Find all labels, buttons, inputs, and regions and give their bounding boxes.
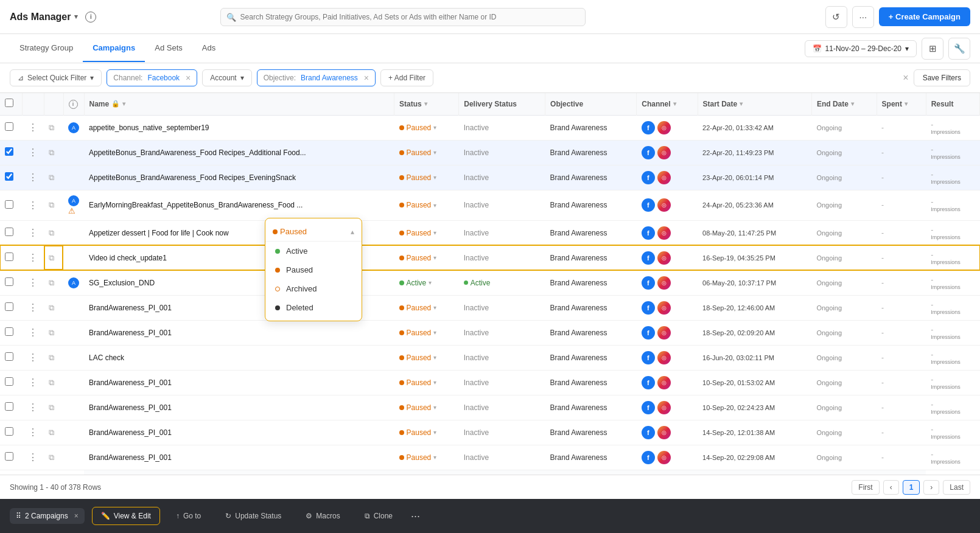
row-checkbox-cell[interactable] xyxy=(0,295,22,320)
row-checkbox[interactable] xyxy=(5,277,13,286)
search-input[interactable] xyxy=(220,8,586,26)
status-dropdown-trigger[interactable]: Paused ▾ xyxy=(399,173,454,182)
row-copy-button[interactable]: ⧉ xyxy=(49,123,54,132)
row-more-button[interactable]: ⋮ xyxy=(27,147,39,158)
row-checkbox-cell[interactable] xyxy=(0,115,22,140)
current-page-button[interactable]: 1 xyxy=(903,480,920,481)
row-more-button[interactable]: ⋮ xyxy=(27,122,39,133)
select-all-checkbox[interactable] xyxy=(5,99,13,107)
row-checkbox[interactable] xyxy=(5,253,13,261)
name-header[interactable]: Name 🔒 ▾ xyxy=(84,93,394,115)
row-more-button[interactable]: ⋮ xyxy=(27,253,39,263)
row-checkbox-cell[interactable] xyxy=(0,345,22,370)
prev-page-button[interactable]: ‹ xyxy=(883,480,899,481)
spent-header[interactable]: Spent ▾ xyxy=(877,93,926,115)
row-checkbox-cell[interactable] xyxy=(0,395,22,420)
status-cell[interactable]: Paused ▾ xyxy=(394,320,459,345)
status-dropdown-trigger[interactable]: Paused ▾ xyxy=(399,124,454,132)
row-copy-button[interactable]: ⧉ xyxy=(49,328,54,337)
status-dropdown-trigger[interactable]: Paused ▾ xyxy=(399,229,454,237)
row-copy-button[interactable]: ⧉ xyxy=(49,228,54,237)
status-dropdown-trigger[interactable]: Paused ▾ xyxy=(399,428,454,437)
row-checkbox-cell[interactable] xyxy=(0,165,22,190)
row-checkbox[interactable] xyxy=(5,302,13,311)
remove-channel-filter-button[interactable]: × xyxy=(186,73,191,83)
app-title-chevron-icon[interactable]: ▾ xyxy=(74,13,78,21)
status-dropdown-trigger[interactable]: Paused ▾ xyxy=(399,304,454,312)
save-filters-button[interactable]: Save Filters xyxy=(914,69,970,86)
row-checkbox[interactable] xyxy=(5,327,13,336)
sub-nav-strategy-group[interactable]: Strategy Group xyxy=(10,35,83,62)
status-dropdown-trigger[interactable]: Paused ▾ xyxy=(399,148,454,157)
channel-header[interactable]: Channel ▾ xyxy=(637,93,698,115)
columns-button[interactable]: ⊞ xyxy=(922,38,943,60)
row-checkbox[interactable] xyxy=(5,452,13,461)
row-copy-button[interactable]: ⧉ xyxy=(49,353,54,362)
status-dropdown-trigger[interactable]: Paused ▾ xyxy=(399,403,454,412)
select-all-header[interactable] xyxy=(0,93,22,115)
row-checkbox[interactable] xyxy=(5,147,13,156)
status-cell[interactable]: Paused ▾ xyxy=(394,220,459,245)
status-dropdown-trigger[interactable]: Paused ▾ xyxy=(399,453,454,462)
status-dropdown-trigger[interactable]: Paused ▾ xyxy=(399,201,454,209)
row-checkbox-cell[interactable] xyxy=(0,370,22,395)
account-filter-button[interactable]: Account ▾ xyxy=(202,69,251,86)
refresh-button[interactable]: ↺ xyxy=(825,6,847,28)
row-checkbox-cell[interactable] xyxy=(0,245,22,270)
sub-nav-adsets[interactable]: Ad Sets xyxy=(145,35,192,62)
add-filter-button[interactable]: + Add Filter xyxy=(380,69,433,86)
status-cell[interactable]: Paused ▾ xyxy=(394,115,459,140)
clear-filters-button[interactable]: × xyxy=(903,72,908,83)
status-cell[interactable]: Paused ▾ xyxy=(394,165,459,190)
row-copy-button[interactable]: ⧉ xyxy=(49,200,54,209)
sub-nav-ads[interactable]: Ads xyxy=(192,35,225,62)
start-date-header[interactable]: Start Date ▾ xyxy=(698,93,811,115)
row-checkbox-cell[interactable] xyxy=(0,190,22,220)
row-checkbox-cell[interactable] xyxy=(0,220,22,245)
dropdown-option-deleted[interactable]: Deleted xyxy=(265,298,362,317)
row-checkbox[interactable] xyxy=(5,200,13,209)
row-checkbox[interactable] xyxy=(5,122,13,131)
info-icon[interactable]: i xyxy=(85,12,96,23)
first-page-button[interactable]: First xyxy=(852,480,879,481)
row-more-button[interactable]: ⋮ xyxy=(27,352,39,363)
row-copy-button[interactable]: ⧉ xyxy=(49,378,54,387)
row-more-button[interactable]: ⋮ xyxy=(27,452,39,462)
row-checkbox-cell[interactable] xyxy=(0,420,22,445)
row-more-button[interactable]: ⋮ xyxy=(27,327,39,338)
status-cell[interactable]: Paused ▾ xyxy=(394,445,459,470)
row-more-button[interactable]: ⋮ xyxy=(27,200,39,211)
row-checkbox[interactable] xyxy=(5,377,13,386)
sub-nav-campaigns[interactable]: Campaigns xyxy=(83,35,145,62)
status-cell[interactable]: Paused ▾ xyxy=(394,370,459,395)
settings-button[interactable]: 🔧 xyxy=(948,38,970,60)
delivery-status-header[interactable]: Delivery Status xyxy=(459,93,545,115)
row-checkbox[interactable] xyxy=(5,427,13,436)
row-copy-button[interactable]: ⧉ xyxy=(49,403,54,412)
status-dropdown-trigger[interactable]: Active ▾ xyxy=(399,279,454,287)
row-copy-button[interactable]: ⧉ xyxy=(49,303,54,312)
status-cell[interactable]: Paused ▾ xyxy=(394,245,459,270)
status-cell[interactable]: Paused ▾ xyxy=(394,295,459,320)
status-cell[interactable]: Paused ▾ xyxy=(394,420,459,445)
date-range-button[interactable]: 📅 11-Nov-20 – 29-Dec-20 ▾ xyxy=(805,40,917,57)
status-cell[interactable]: Paused ▾ xyxy=(394,395,459,420)
more-options-button[interactable]: ··· xyxy=(852,6,874,28)
status-cell[interactable]: Active ▾ xyxy=(394,270,459,295)
dropdown-option-paused[interactable]: Paused xyxy=(265,260,362,279)
row-checkbox[interactable] xyxy=(5,172,13,181)
row-copy-button[interactable]: ⧉ xyxy=(49,453,54,462)
row-copy-button[interactable]: ⧉ xyxy=(49,173,54,182)
row-copy-button[interactable]: ⧉ xyxy=(49,428,54,437)
dropdown-option-active[interactable]: Active xyxy=(265,242,362,260)
last-page-button[interactable]: Last xyxy=(943,480,970,481)
next-page-button[interactable]: › xyxy=(923,480,939,481)
row-checkbox-cell[interactable] xyxy=(0,445,22,470)
status-cell[interactable]: Paused ▾ xyxy=(394,190,459,220)
create-campaign-button[interactable]: + Create Campaign xyxy=(879,7,970,26)
row-checkbox-cell[interactable] xyxy=(0,140,22,165)
row-more-button[interactable]: ⋮ xyxy=(27,228,39,238)
row-checkbox-cell[interactable] xyxy=(0,320,22,345)
row-more-button[interactable]: ⋮ xyxy=(27,427,39,437)
objective-header[interactable]: Objective xyxy=(545,93,637,115)
